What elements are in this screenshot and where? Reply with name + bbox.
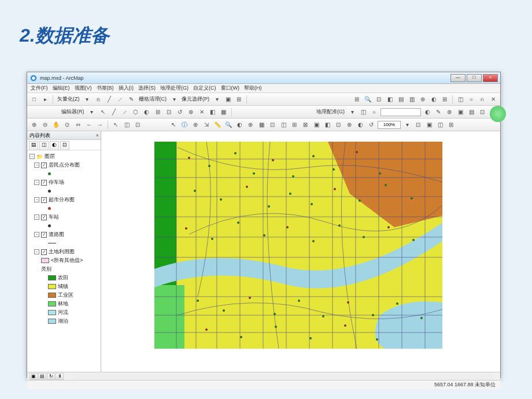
fixed-zoom-in-icon[interactable]: ⇔ [73, 120, 83, 130]
close-button[interactable]: × [483, 74, 498, 82]
measure-icon[interactable]: 📏 [213, 120, 222, 130]
tool-icon[interactable]: ⊕ [186, 108, 195, 117]
layer-checkbox[interactable]: ✓ [41, 162, 47, 168]
tool-icon[interactable]: ⊡ [478, 108, 487, 117]
tool-icon[interactable]: ⎌ [478, 95, 487, 104]
tool-icon[interactable]: ◫ [122, 120, 131, 130]
tool-icon[interactable]: ▦ [219, 108, 228, 117]
tree-layer[interactable]: − ✓ 车站 [29, 213, 98, 221]
menu-insert[interactable]: 插入(I) [119, 84, 134, 92]
zoom-in-icon[interactable]: ⊕ [29, 120, 39, 130]
tool-icon[interactable]: ⊡ [164, 108, 173, 117]
tool-icon[interactable]: ⟋ [120, 108, 130, 117]
chevron-down-icon[interactable]: ▾ [212, 95, 221, 104]
menu-selection[interactable]: 选择(S) [138, 84, 156, 92]
tool-icon[interactable]: ⎋ [94, 95, 103, 104]
expander-icon[interactable]: − [34, 197, 39, 202]
tool-icon[interactable]: ⊕ [345, 120, 354, 130]
tree-layer[interactable]: − ✓ 道路图 [29, 230, 98, 239]
minimize-button[interactable]: — [450, 74, 466, 82]
tool-icon[interactable]: ▤ [396, 95, 405, 104]
chevron-down-icon[interactable]: ▾ [348, 108, 357, 117]
forward-icon[interactable]: → [95, 120, 105, 130]
tool-icon[interactable]: ⟐ [467, 95, 476, 104]
tool-icon[interactable]: ◐ [356, 120, 365, 130]
tool-icon[interactable]: ◐ [235, 120, 244, 130]
horizontal-scrollbar[interactable]: ▣ ▤ ↻ ⏸ [27, 372, 500, 380]
maximize-button[interactable]: □ [467, 74, 482, 82]
xy-icon[interactable]: ⊕ [246, 120, 255, 130]
menu-help[interactable]: 帮助(H) [244, 84, 262, 92]
identify-icon[interactable]: ⓘ [180, 120, 189, 130]
tree-layer[interactable]: − ✓ 超市分布图 [29, 195, 98, 204]
expander-icon[interactable]: − [34, 162, 39, 168]
tool-icon[interactable]: ◫ [359, 108, 368, 117]
toolbox-icon[interactable]: ⊕ [418, 95, 427, 104]
search-icon[interactable]: 🔍 [363, 95, 372, 104]
python-icon[interactable]: ◐ [429, 95, 438, 104]
tool-icon[interactable]: ◫ [435, 120, 445, 130]
tool-icon[interactable]: ⊕ [445, 108, 454, 117]
layer-checkbox[interactable]: ✓ [41, 197, 47, 203]
tool-icon[interactable]: ◧ [208, 108, 217, 117]
tool-icon[interactable]: ⊡ [268, 120, 277, 130]
layer-checkbox[interactable]: ✓ [41, 232, 47, 238]
scrollbar-track[interactable] [74, 373, 492, 380]
open-icon[interactable]: ▸ [40, 95, 50, 104]
tool-icon[interactable]: ◧ [323, 120, 332, 130]
catalog-icon[interactable]: ⊞ [352, 95, 361, 104]
tool-icon[interactable]: ▥ [407, 95, 416, 104]
georef-dropdown[interactable]: 地理配准(G) [315, 108, 346, 116]
tool-icon[interactable]: ⊞ [446, 120, 456, 130]
tool-icon[interactable]: ⊞ [290, 120, 299, 130]
tool-icon[interactable]: ╱ [109, 108, 119, 117]
menu-customize[interactable]: 自定义(C) [193, 84, 216, 92]
tree-root[interactable]: − 📁 图层 [29, 152, 98, 161]
tool-icon[interactable]: ⇲ [202, 120, 211, 130]
vectorize-dropdown[interactable]: 矢量化(Z) [56, 95, 81, 103]
tool-icon[interactable]: ⊡ [413, 120, 423, 130]
arrow-icon[interactable]: ↖ [98, 108, 108, 117]
tool-icon[interactable]: ▤ [467, 108, 476, 117]
tool-icon[interactable]: ◐ [142, 108, 152, 117]
tool-icon[interactable]: ▣ [424, 120, 434, 130]
georef-layer-combo[interactable] [380, 108, 421, 116]
tool-icon[interactable]: ↺ [175, 108, 184, 117]
chevron-down-icon[interactable]: ▾ [402, 120, 412, 130]
tool-icon[interactable]: ▣ [456, 108, 465, 117]
expander-icon[interactable]: − [34, 249, 39, 254]
tool-icon[interactable]: ▣ [312, 120, 321, 130]
tool-icon[interactable]: ⟐ [370, 108, 379, 117]
tool-icon[interactable]: ⊡ [374, 95, 383, 104]
chevron-down-icon[interactable]: ▾ [169, 95, 179, 104]
menu-window[interactable]: 窗口(W) [221, 84, 240, 92]
tree-layer[interactable]: − ✓ 土地利用图 [29, 247, 98, 256]
data-view-tab[interactable]: ▣ [29, 373, 38, 380]
pan-icon[interactable]: ✋ [51, 120, 61, 130]
expander-icon[interactable]: − [34, 215, 39, 220]
toc-close-icon[interactable]: × [96, 131, 99, 140]
menu-geoprocessing[interactable]: 地理处理(G) [160, 84, 189, 92]
tool-icon[interactable]: ◫ [456, 95, 465, 104]
tool-icon[interactable]: ⬡ [131, 108, 141, 117]
chevron-down-icon[interactable]: ▾ [87, 108, 97, 117]
tool-icon[interactable]: ✕ [197, 108, 206, 117]
tool-icon[interactable]: ╱ [105, 95, 114, 104]
pause-icon[interactable]: ⏸ [56, 373, 64, 380]
tool-icon[interactable]: ⊠ [301, 120, 310, 130]
raster-cleanup-dropdown[interactable]: 栅格清理(C) [138, 95, 168, 103]
tool-icon[interactable]: ◫ [279, 120, 288, 130]
expander-icon[interactable]: − [29, 154, 35, 159]
tool-icon[interactable]: ⊡ [133, 120, 142, 130]
map-canvas[interactable] [154, 142, 442, 349]
toc-tab-selection[interactable]: ⊡ [60, 141, 69, 150]
tool-icon[interactable]: ✎ [127, 95, 136, 104]
tool-icon[interactable]: ✕ [489, 95, 498, 104]
zoom-level[interactable]: 100% [378, 121, 401, 129]
editor-dropdown[interactable]: 编辑器(R) [60, 108, 86, 116]
refresh-icon[interactable]: ↻ [47, 373, 55, 380]
layer-checkbox[interactable]: ✓ [41, 180, 47, 186]
toc-tab-visibility[interactable]: ◐ [50, 141, 59, 150]
tool-icon[interactable]: ▣ [223, 95, 232, 104]
select-icon[interactable]: ↖ [169, 120, 178, 130]
